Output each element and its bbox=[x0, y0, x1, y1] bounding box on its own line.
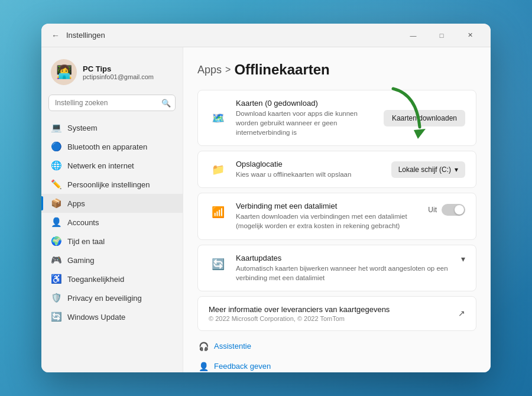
minimize-button[interactable]: — bbox=[400, 26, 427, 45]
sidebar-item-toegankelijkheid[interactable]: ♿ Toegankelijkheid bbox=[41, 270, 183, 288]
sidebar-item-label: Bluetooth en apparaten bbox=[67, 142, 147, 151]
sidebar-item-label: Accounts bbox=[67, 218, 99, 227]
breadcrumb: Apps > Offlinekaarten bbox=[197, 61, 476, 78]
privacy-icon: 🛡️ bbox=[51, 293, 61, 303]
sidebar-item-label: Tijd en taal bbox=[67, 237, 105, 246]
profile-name: PC Tips bbox=[83, 64, 154, 73]
external-link-icon[interactable]: ↗ bbox=[458, 309, 465, 318]
sidebar-item-gaming[interactable]: 🎮 Gaming bbox=[41, 251, 183, 270]
toggle-label: Uit bbox=[428, 206, 437, 214]
accounts-icon: 👤 bbox=[51, 217, 61, 228]
maximize-button[interactable]: □ bbox=[428, 26, 455, 45]
search-box: 🔍 bbox=[48, 95, 176, 111]
sidebar-item-bluetooth[interactable]: 🔵 Bluetooth en apparaten bbox=[41, 137, 183, 156]
close-button[interactable]: ✕ bbox=[456, 26, 484, 45]
sidebar-item-windows-update[interactable]: 🔄 Windows Update bbox=[41, 307, 183, 326]
avatar: 👩‍💻 bbox=[51, 59, 77, 85]
opslaglocatie-content: Opslaglocatie Kies waar u offlinekaarten… bbox=[236, 160, 383, 179]
profile-section: 👩‍💻 PC Tips pctipsinfo01@gmail.com bbox=[41, 54, 183, 95]
sidebar-item-accounts[interactable]: 👤 Accounts bbox=[41, 213, 183, 232]
kaartupdates-title: Kaartupdates bbox=[236, 254, 453, 262]
sidebar-item-tijd[interactable]: 🌍 Tijd en taal bbox=[41, 232, 183, 251]
breadcrumb-parent[interactable]: Apps bbox=[197, 64, 222, 76]
main-layout: 👩‍💻 PC Tips pctipsinfo01@gmail.com 🔍 💻 S… bbox=[41, 47, 491, 372]
search-input[interactable] bbox=[48, 95, 176, 111]
back-button[interactable]: ← bbox=[48, 28, 63, 43]
toggle-thumb bbox=[455, 205, 464, 215]
window-controls: — □ ✕ bbox=[400, 26, 484, 45]
sidebar-item-label: Toegankelijkheid bbox=[67, 275, 124, 284]
kaarten-card: 🗺️ Kaarten (0 gedownload) Download kaart… bbox=[197, 90, 476, 146]
profile-info: PC Tips pctipsinfo01@gmail.com bbox=[83, 64, 154, 80]
assistentie-link[interactable]: 🎧 Assistentie bbox=[197, 338, 476, 355]
systeem-icon: 💻 bbox=[51, 122, 61, 133]
tijd-icon: 🌍 bbox=[51, 236, 61, 246]
chevron-down-icon: ▾ bbox=[461, 254, 465, 264]
kaarten-action: Kaarten downloaden bbox=[384, 110, 465, 126]
dropdown-label: Lokale schijf (C:) bbox=[398, 165, 451, 174]
sidebar: 👩‍💻 PC Tips pctipsinfo01@gmail.com 🔍 💻 S… bbox=[41, 47, 183, 372]
info-content: Meer informatie over leveranciers van ka… bbox=[209, 305, 450, 322]
verbinding-icon: 📶 bbox=[209, 203, 228, 222]
content-area: Apps > Offlinekaarten 🗺️ Kaarten (0 gedo… bbox=[183, 47, 491, 372]
info-card: Meer informatie over leveranciers van ka… bbox=[197, 296, 476, 331]
kaarten-desc: Download kaarten voor apps die kunnen wo… bbox=[236, 109, 375, 137]
assistentie-label: Assistentie bbox=[214, 342, 251, 350]
verbinding-desc: Kaarten downloaden via verbindingen met … bbox=[236, 212, 420, 231]
sidebar-item-label: Netwerk en internet bbox=[67, 161, 134, 170]
sidebar-item-label: Persoonlijke instellingen bbox=[67, 180, 150, 189]
opslaglocatie-title: Opslaglocatie bbox=[236, 160, 383, 168]
kaartupdates-content: Kaartupdates Automatisch kaarten bijwerk… bbox=[236, 254, 453, 283]
toegankelijkheid-icon: ♿ bbox=[51, 274, 61, 284]
verbinding-action: Uit bbox=[428, 204, 465, 216]
persoonlijk-icon: ✏️ bbox=[51, 179, 61, 190]
opslaglocatie-icon: 📁 bbox=[209, 160, 228, 179]
verbinding-title: Verbinding met een datalimiet bbox=[236, 202, 420, 210]
opslaglocatie-action: Lokale schijf (C:) ▾ bbox=[391, 161, 465, 178]
kaartupdates-action: ▾ bbox=[461, 254, 465, 264]
kaartupdates-icon: 🔄 bbox=[209, 255, 228, 274]
breadcrumb-chevron: > bbox=[225, 64, 231, 75]
sidebar-item-netwerk[interactable]: 🌐 Netwerk en internet bbox=[41, 156, 183, 175]
titlebar: ← Instellingen — □ ✕ bbox=[41, 24, 491, 47]
netwerk-icon: 🌐 bbox=[51, 160, 61, 171]
opslaglocatie-dropdown[interactable]: Lokale schijf (C:) ▾ bbox=[391, 161, 465, 178]
opslaglocatie-card: 📁 Opslaglocatie Kies waar u offlinekaart… bbox=[197, 151, 476, 188]
kaartupdates-card[interactable]: 🔄 Kaartupdates Automatisch kaarten bijwe… bbox=[197, 245, 476, 291]
sidebar-item-apps[interactable]: 📦 Apps bbox=[41, 194, 183, 213]
verbinding-content: Verbinding met een datalimiet Kaarten do… bbox=[236, 202, 420, 231]
search-icon: 🔍 bbox=[161, 99, 171, 108]
bluetooth-icon: 🔵 bbox=[51, 141, 61, 152]
feedback-link[interactable]: 👤 Feedback geven bbox=[197, 358, 476, 372]
verbinding-toggle[interactable] bbox=[442, 204, 465, 216]
kaartupdates-desc: Automatisch kaarten bijwerken wanneer he… bbox=[236, 264, 453, 283]
sidebar-item-label: Privacy en beveiliging bbox=[67, 294, 142, 303]
feedback-label: Feedback geven bbox=[214, 362, 271, 371]
sidebar-item-label: Apps bbox=[67, 199, 85, 208]
opslaglocatie-desc: Kies waar u offlinekaarten wilt opslaan bbox=[236, 170, 383, 179]
sidebar-item-privacy[interactable]: 🛡️ Privacy en beveiliging bbox=[41, 288, 183, 307]
apps-icon: 📦 bbox=[51, 198, 61, 209]
kaarten-icon: 🗺️ bbox=[209, 109, 228, 128]
sidebar-item-label: Windows Update bbox=[67, 313, 125, 322]
info-subtitle: © 2022 Microsoft Corporation, © 2022 Tom… bbox=[209, 315, 450, 322]
sidebar-item-persoonlijk[interactable]: ✏️ Persoonlijke instellingen bbox=[41, 175, 183, 194]
info-title: Meer informatie over leveranciers van ka… bbox=[209, 305, 450, 314]
windows-update-icon: 🔄 bbox=[51, 311, 61, 322]
feedback-icon: 👤 bbox=[197, 361, 209, 372]
chevron-down-icon: ▾ bbox=[455, 165, 458, 174]
sidebar-item-label: Gaming bbox=[67, 256, 95, 265]
profile-email: pctipsinfo01@gmail.com bbox=[83, 73, 154, 80]
window-title: Instellingen bbox=[66, 31, 400, 40]
sidebar-item-systeem[interactable]: 💻 Systeem bbox=[41, 118, 183, 137]
assistentie-icon: 🎧 bbox=[197, 340, 209, 352]
kaarten-content: Kaarten (0 gedownload) Download kaarten … bbox=[236, 99, 375, 137]
kaarten-title: Kaarten (0 gedownload) bbox=[236, 99, 375, 108]
breadcrumb-current: Offlinekaarten bbox=[234, 61, 329, 78]
verbinding-card: 📶 Verbinding met een datalimiet Kaarten … bbox=[197, 193, 476, 239]
gaming-icon: 🎮 bbox=[51, 255, 61, 265]
sidebar-item-label: Systeem bbox=[67, 124, 98, 132]
bottom-links: 🎧 Assistentie 👤 Feedback geven bbox=[197, 338, 476, 372]
kaarten-downloaden-button[interactable]: Kaarten downloaden bbox=[384, 110, 465, 126]
settings-window: ← Instellingen — □ ✕ 👩‍💻 PC Tips pctipsi… bbox=[41, 24, 491, 372]
